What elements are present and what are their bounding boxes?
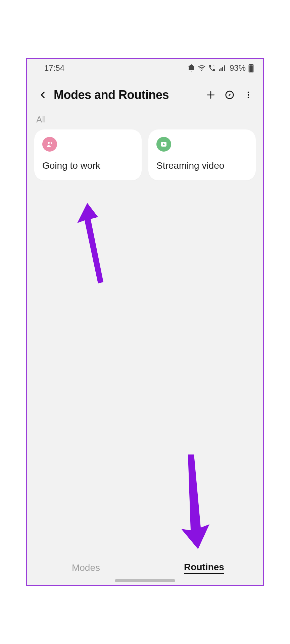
status-bar: 17:54 1 93%	[27, 59, 263, 77]
more-vertical-icon	[244, 91, 253, 99]
call-icon: 1	[208, 64, 216, 72]
tab-label: Modes	[72, 562, 100, 573]
header-actions	[203, 87, 256, 103]
screen-frame: 17:54 1 93% Modes and Routines	[26, 58, 264, 586]
page-title: Modes and Routines	[54, 88, 200, 102]
add-button[interactable]	[203, 87, 219, 103]
annotation-arrow-bottom	[175, 451, 218, 552]
routine-card-going-to-work[interactable]: Going to work	[34, 129, 142, 180]
svg-marker-12	[228, 94, 231, 96]
gesture-bar	[115, 579, 175, 582]
annotation-arrow-top	[74, 200, 114, 287]
svg-rect-8	[249, 65, 253, 72]
svg-rect-2	[219, 69, 220, 71]
compass-icon	[225, 90, 235, 100]
tab-label: Routines	[184, 562, 224, 574]
routine-card-streaming-video[interactable]: Streaming video	[148, 129, 256, 180]
status-icons: 1 93%	[187, 63, 254, 73]
svg-point-14	[248, 94, 249, 96]
signal-icon	[218, 64, 226, 72]
svg-point-16	[48, 142, 50, 144]
svg-point-13	[248, 92, 249, 93]
more-button[interactable]	[240, 87, 256, 103]
svg-rect-4	[222, 67, 223, 71]
status-time: 17:54	[44, 63, 64, 73]
routine-cards: Going to work Streaming video	[27, 129, 263, 180]
svg-point-0	[201, 70, 202, 71]
chevron-left-icon	[38, 90, 48, 100]
routine-card-title: Streaming video	[156, 160, 248, 171]
svg-point-15	[248, 97, 249, 98]
wifi-icon	[197, 64, 206, 72]
routine-card-title: Going to work	[42, 160, 134, 171]
going-to-work-icon	[42, 137, 57, 152]
discover-button[interactable]	[222, 87, 238, 103]
battery-percent: 93%	[230, 63, 246, 73]
section-label: All	[27, 112, 263, 129]
plus-icon	[206, 90, 216, 100]
alarm-icon	[187, 64, 195, 72]
streaming-video-icon	[156, 137, 171, 152]
back-button[interactable]	[35, 87, 51, 103]
svg-rect-5	[224, 65, 225, 71]
svg-rect-3	[221, 68, 222, 71]
app-header: Modes and Routines	[27, 77, 263, 112]
battery-icon	[248, 64, 254, 72]
svg-text:1: 1	[213, 64, 215, 68]
